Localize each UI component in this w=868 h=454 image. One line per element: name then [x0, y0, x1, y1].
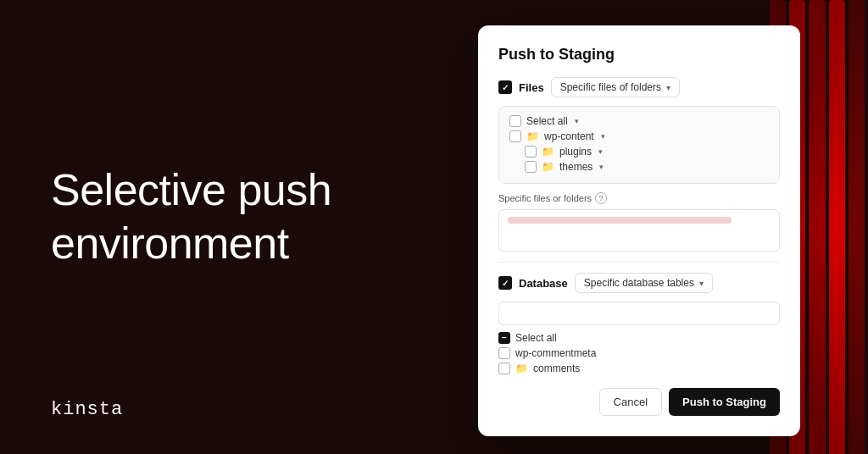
comments-label: comments — [533, 363, 580, 374]
logo: kinsta — [51, 399, 441, 420]
input-bar-decoration — [508, 217, 732, 224]
specific-files-label-row: Specific files or folders ? — [498, 192, 780, 204]
cancel-button[interactable]: Cancel — [599, 388, 662, 416]
database-label: Database — [519, 277, 568, 290]
database-dropdown[interactable]: Specific database tables ▾ — [575, 273, 713, 293]
tree-select-all-row: Select all ▾ — [509, 115, 769, 127]
themes-checkbox[interactable] — [525, 161, 537, 173]
specific-files-label: Specific files or folders — [498, 193, 592, 203]
bar-5 — [849, 0, 865, 454]
db-item-wp-commentmeta: wp-commentmeta — [498, 346, 780, 361]
specific-files-input[interactable] — [498, 209, 780, 252]
plugins-label: plugins — [559, 146, 592, 158]
bar-3 — [809, 0, 825, 454]
files-section-header: Files Specific files of folders ▾ — [498, 77, 780, 97]
left-panel: Selective push environment kinsta — [0, 0, 492, 454]
database-dropdown-arrow: ▾ — [699, 279, 704, 288]
section-divider — [498, 262, 780, 263]
wp-commentmeta-checkbox[interactable] — [498, 347, 510, 359]
plugins-checkbox[interactable] — [525, 146, 537, 158]
files-dropdown[interactable]: Specific files of folders ▾ — [551, 77, 680, 97]
tree-item-wp-content: 📁 wp-content ▾ — [509, 129, 769, 144]
files-label: Files — [519, 81, 544, 94]
tree-item-themes: 📁 themes ▾ — [509, 159, 769, 174]
files-tree-box: Select all ▾ 📁 wp-content ▾ 📁 plugins ▾ … — [498, 106, 780, 184]
plugins-chevron: ▾ — [598, 147, 603, 156]
files-dropdown-value: Specific files of folders — [560, 81, 661, 93]
database-checkbox[interactable] — [498, 276, 512, 290]
database-section-header: Database Specific database tables ▾ — [498, 273, 780, 293]
push-to-staging-modal: Push to Staging Files Specific files of … — [478, 25, 800, 436]
database-tree: Select all wp-commentmeta 📁 comments — [498, 332, 780, 376]
themes-label: themes — [559, 161, 593, 173]
comments-folder-icon: 📁 — [515, 363, 528, 374]
select-all-checkbox[interactable] — [509, 115, 521, 127]
main-headline: Selective push environment — [51, 163, 441, 269]
wp-commentmeta-label: wp-commentmeta — [515, 347, 596, 359]
db-select-all-checkbox[interactable] — [498, 332, 510, 344]
wp-content-label: wp-content — [544, 130, 594, 142]
db-select-all-row: Select all — [498, 332, 780, 344]
themes-folder-icon: 📁 — [542, 161, 554, 173]
files-checkbox[interactable] — [498, 80, 512, 94]
modal-title: Push to Staging — [498, 46, 780, 64]
database-dropdown-value: Specific database tables — [584, 277, 694, 289]
bar-4 — [829, 0, 845, 454]
database-search-input[interactable] — [498, 302, 780, 325]
modal-footer: Cancel Push to Staging — [498, 388, 780, 416]
wp-content-folder-icon: 📁 — [526, 130, 539, 142]
tree-item-plugins: 📁 plugins ▾ — [509, 144, 769, 159]
db-select-all-label: Select all — [515, 332, 557, 344]
wp-content-checkbox[interactable] — [509, 130, 521, 142]
select-all-label: Select all — [526, 115, 568, 127]
themes-chevron: ▾ — [599, 163, 604, 171]
files-dropdown-arrow: ▾ — [666, 83, 670, 92]
db-item-comments: 📁 comments — [498, 361, 780, 376]
headline-block: Selective push environment — [51, 163, 441, 269]
wp-content-chevron: ▾ — [601, 132, 605, 141]
push-to-staging-button[interactable]: Push to Staging — [669, 388, 780, 416]
comments-checkbox[interactable] — [498, 363, 510, 374]
select-all-chevron: ▾ — [575, 117, 579, 125]
info-icon[interactable]: ? — [595, 192, 607, 204]
plugins-folder-icon: 📁 — [542, 146, 554, 158]
